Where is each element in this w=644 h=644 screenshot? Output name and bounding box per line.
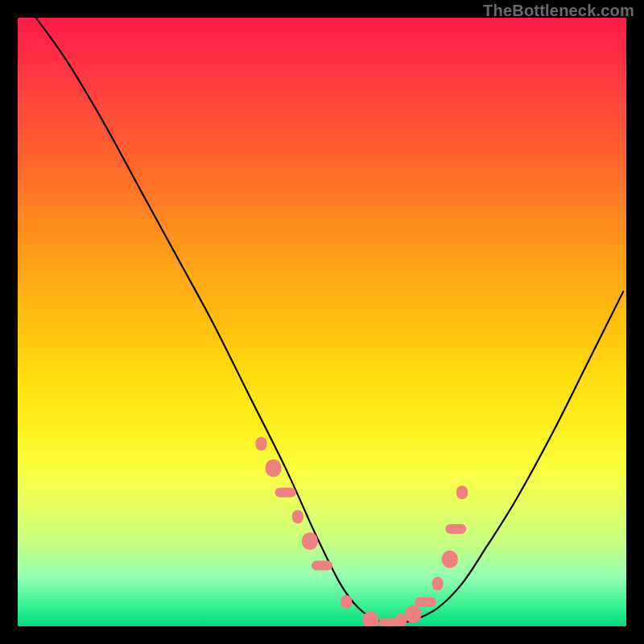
chart-frame: TheBottleneck.com	[0, 0, 644, 644]
marker-dot	[405, 605, 421, 623]
marker-dot	[302, 532, 318, 550]
marker-dot	[275, 488, 296, 497]
marker-dot	[432, 577, 444, 591]
marker-dot	[341, 595, 352, 609]
plot-area	[18, 18, 626, 626]
marker-dot	[445, 524, 466, 534]
highlight-markers	[255, 437, 468, 626]
marker-dot	[312, 560, 332, 570]
marker-dot	[442, 551, 458, 568]
curve-layer	[18, 18, 626, 626]
marker-dot	[456, 485, 468, 499]
marker-dot	[395, 613, 407, 626]
marker-dot	[415, 597, 436, 607]
bottleneck-curve	[36, 18, 624, 623]
marker-dot	[255, 437, 266, 451]
marker-dot	[292, 510, 303, 523]
watermark-text: TheBottleneck.com	[483, 2, 634, 20]
marker-dot	[266, 459, 282, 477]
